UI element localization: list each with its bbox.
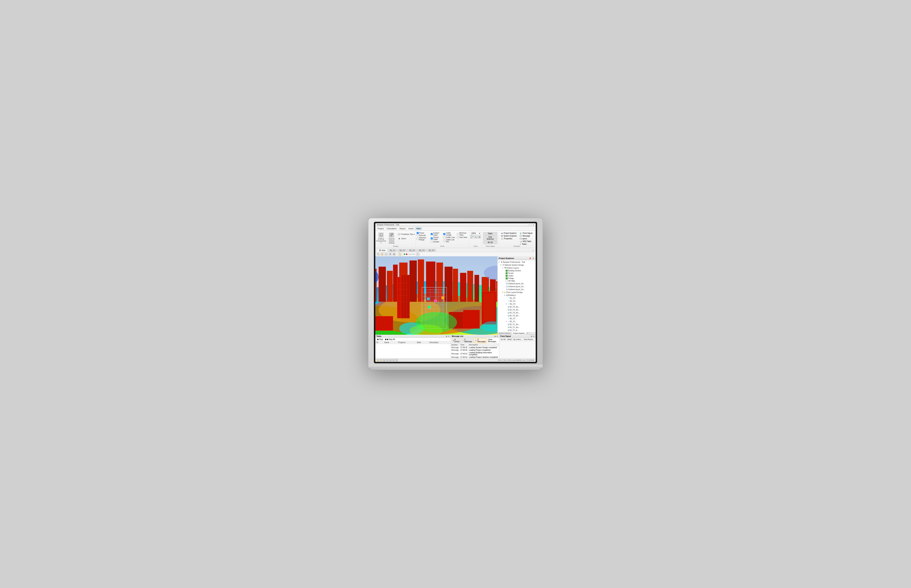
power-checkbox[interactable] xyxy=(417,232,419,234)
tree-b1f4[interactable]: 📄 B1_F4 xyxy=(498,300,535,302)
tree-b1f1-an1[interactable]: 📡 B1_F1_An... xyxy=(498,323,535,326)
zoom-dropdown[interactable]: 100% ▾ xyxy=(471,232,481,235)
system-label-checkbox[interactable] xyxy=(431,233,433,235)
menu-report[interactable]: Report xyxy=(398,227,407,230)
tree-b1f2[interactable]: 📄 B1_F2 xyxy=(498,317,535,320)
material-display-btn[interactable]: Material DisplaySettings xyxy=(387,232,396,244)
cable-link-checkbox[interactable] xyxy=(443,240,445,242)
tab-b1f3[interactable]: B1_F3 xyxy=(408,249,417,252)
tree-b1f3-an2[interactable]: 📡 B1_F3_An... xyxy=(498,308,535,311)
proj-explorer-tab[interactable]: Project Explorer xyxy=(512,332,526,334)
view-combo[interactable]: Best Receiv... xyxy=(523,338,535,341)
msg-float-btn[interactable]: ⊕ xyxy=(494,336,496,337)
close-btn[interactable]: ✕ xyxy=(533,224,534,226)
network-combo[interactable]: 5G NR - 28000 xyxy=(500,338,513,341)
tasks-close-btn[interactable]: ✕ xyxy=(448,336,450,337)
tree-outdoor-sn1[interactable]: 📡 OutdoorLayout_Sn... xyxy=(498,282,535,285)
prediction-tips-btn[interactable]: 💬 Prediction Tips ▾ xyxy=(397,233,415,236)
device-label-checkbox[interactable] xyxy=(431,237,433,239)
tree-b1f3-an1[interactable]: 📡 B1_F3_An... xyxy=(498,305,535,308)
zoom-in-btn[interactable]: 🔍+ xyxy=(471,235,474,239)
tasks-float-btn[interactable]: ⊕ xyxy=(446,336,447,337)
tree-b1f1-an2[interactable]: 📡 B1_F1_An... xyxy=(498,326,535,329)
tab-b1f1[interactable]: B1_F1 xyxy=(388,249,397,252)
tree-b1f1-an3[interactable]: 📡 B1_F1_A... xyxy=(498,329,535,331)
messages-tab[interactable]: 💬 4 Messages xyxy=(474,338,487,343)
tab-3d-view[interactable]: 3D View xyxy=(377,249,388,252)
stop-btn[interactable]: ⏹ Stop xyxy=(376,338,383,341)
mode-combo[interactable]: By Antenn... xyxy=(513,338,523,341)
maximize-btn[interactable]: □ xyxy=(531,224,532,226)
panel-close-btn[interactable]: ✕ xyxy=(532,257,535,260)
p-tab[interactable]: P xyxy=(526,332,529,334)
tree-b1f3-an4[interactable]: 📡 B1_F3_An... xyxy=(498,314,535,317)
add-btn[interactable]: + xyxy=(416,252,419,256)
building-transparency-btn[interactable]: BuildingTransparency ▾ xyxy=(376,232,386,244)
menu-view[interactable]: View xyxy=(415,227,422,230)
tm-checkbox[interactable] xyxy=(506,280,508,282)
zoom-fit-btn[interactable]: ⊡ xyxy=(478,235,481,239)
layers-toggle[interactable]: ≡ Layers xyxy=(519,237,532,240)
tree-root[interactable]: ▼ 🖥 Ranplan Professional - Trial xyxy=(498,260,535,263)
tree-floor-layout[interactable]: ▼ 📐 Floor Layout Design xyxy=(498,291,535,294)
nsd-table-toggle[interactable]: 📊 NSD Table xyxy=(519,240,532,242)
static-btn[interactable]: Static xyxy=(483,232,497,235)
sys-explorer-tab[interactable]: System Explorer xyxy=(498,332,512,334)
tree-outdoor-sn3[interactable]: 📡 OutdoorLayout_Sn... xyxy=(498,288,535,291)
warnings-tab[interactable]: ⚠ 0 Warnings xyxy=(461,338,473,343)
ruler-btn[interactable]: 📏 xyxy=(398,252,401,256)
errors-tab[interactable]: ✕ 0 Errors xyxy=(451,338,461,343)
menu-calculation[interactable]: Calculation xyxy=(385,227,398,230)
properties-toggle[interactable]: 📋 Properties xyxy=(501,237,517,240)
msg-close-btn[interactable]: ✕ xyxy=(497,336,498,337)
3d-btn[interactable]: 3D 3D xyxy=(483,241,497,244)
rotate-btn[interactable]: ↺ xyxy=(388,252,392,256)
tree-network[interactable]: ▼ ⚙ Network System Design xyxy=(498,263,535,267)
move-btn[interactable]: ⊕ xyxy=(392,252,396,256)
panel-pin-btn[interactable]: 📌 xyxy=(529,257,531,260)
grid-btn[interactable]: ⊞ Grid ▾ xyxy=(397,237,415,241)
foliage-checkbox[interactable]: ✓ xyxy=(506,277,508,279)
view-ctrl-btn[interactable]: ▾ xyxy=(532,249,534,252)
tab-b1f4[interactable]: B1_F4 xyxy=(417,249,426,252)
azimuth-checkbox[interactable] xyxy=(417,234,419,236)
point-signal-toggle[interactable]: 📡 Point Signal xyxy=(519,232,532,234)
clear-messages-btn[interactable]: Clear Messages xyxy=(487,338,498,343)
tree-building-vectors[interactable]: ✓ Building Vectors xyxy=(498,269,535,272)
tree-terrain[interactable]: ✓ Terrain xyxy=(498,272,535,275)
menu-project[interactable]: Project xyxy=(376,227,385,230)
only-antenna-btn[interactable]: Only Antenna xyxy=(483,236,497,241)
tree-b1f3[interactable]: ▼ 📄 B1_F3 xyxy=(498,302,535,305)
clear-btn[interactable]: Clear Messages xyxy=(487,338,498,343)
bv-checkbox[interactable]: ✓ xyxy=(506,270,508,272)
cursor-btn[interactable]: ↖ xyxy=(376,252,380,256)
tab-b1f5[interactable]: B1_F5 xyxy=(427,249,436,252)
cable-length-checkbox[interactable] xyxy=(443,233,445,235)
zoom-out-btn[interactable]: 🔍- xyxy=(474,235,477,239)
tasks-toggle[interactable]: ✓ Tasks xyxy=(519,243,532,245)
3d-viewport[interactable] xyxy=(375,257,497,335)
tree-outdoor[interactable]: ▼ 🗺 Outdoor Layout xyxy=(498,267,535,269)
sub-view-checkbox[interactable] xyxy=(457,236,459,238)
tree-b1f5[interactable]: 📄 B1_F5 xyxy=(498,297,535,300)
bird-eye-checkbox[interactable] xyxy=(457,233,459,235)
tree-building1[interactable]: ▼ 🏢 Building 1 xyxy=(498,294,535,297)
tree-tilemap[interactable]: Tile Map xyxy=(498,279,535,282)
jumper-checkbox[interactable] xyxy=(431,241,433,243)
tab-b1f2[interactable]: B1_F2 xyxy=(398,249,407,252)
tree-clutter[interactable]: ✓ Clutter xyxy=(498,275,535,277)
tree-outdoor-sn2[interactable]: 📡 OutdoorLayout_Sn... xyxy=(498,285,535,288)
stop-all-btn[interactable]: ⏹⏹ Stop All xyxy=(384,338,396,341)
system-explorer-toggle[interactable]: ⚙ System Explorer xyxy=(501,235,517,237)
minimize-btn[interactable]: ─ xyxy=(528,224,529,226)
pan-btn[interactable]: ✋ xyxy=(380,252,384,256)
sig-close-btn[interactable]: ✕ xyxy=(533,336,535,337)
tree-b1f3-an3[interactable]: 📡 B1_F3_An... xyxy=(498,311,535,314)
cable-loss-checkbox[interactable] xyxy=(443,236,445,238)
select-btn[interactable]: ⊹ xyxy=(384,252,388,256)
message-toggle[interactable]: 💬 Message xyxy=(519,235,532,237)
tree-foliage[interactable]: ✓ Foliage xyxy=(498,277,535,279)
terrain-checkbox[interactable]: ✓ xyxy=(506,272,508,274)
menu-insert[interactable]: Insert xyxy=(407,227,415,230)
tree-b1f1[interactable]: ▼ 📄 B1_F1 xyxy=(498,320,535,323)
